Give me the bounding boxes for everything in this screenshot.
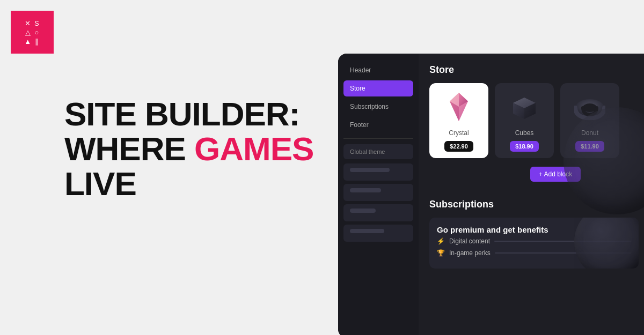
crystal-price: $22.90 xyxy=(444,141,473,152)
store-card-crystal[interactable]: Crystal $22.90 xyxy=(429,83,488,158)
logo-symbols: ✕ S △ ○ ▲ ∥ xyxy=(24,20,40,45)
sidebar-item-subscriptions[interactable]: Subscriptions xyxy=(343,99,413,115)
logo: ✕ S △ ○ ▲ ∥ xyxy=(11,11,54,54)
sidebar: Header Store Subscriptions Footer Global… xyxy=(338,54,419,335)
donut-price: $11.90 xyxy=(575,141,604,152)
main-content: Store xyxy=(419,54,644,335)
hero-line1: SITE BUILDER: xyxy=(64,96,313,131)
sidebar-placeholder-2 xyxy=(343,184,413,201)
crystal-image xyxy=(443,92,475,124)
in-game-perks-label: In-game perks xyxy=(449,249,491,257)
sidebar-placeholder-3 xyxy=(343,204,413,221)
hero-title: SITE BUILDER: WHERE GAMES LIVE xyxy=(64,96,313,201)
store-items-list: Crystal $22.90 xyxy=(429,83,639,158)
sidebar-item-footer[interactable]: Footer xyxy=(343,117,413,133)
donut-image xyxy=(574,92,606,124)
donut-name: Donut xyxy=(581,129,598,137)
store-card-cubes[interactable]: Cubes $18.90 xyxy=(495,83,554,158)
sidebar-divider xyxy=(343,138,413,139)
hero-line3: LIVE xyxy=(64,166,313,201)
crystal-name: Crystal xyxy=(449,129,469,137)
sidebar-item-header[interactable]: Header xyxy=(343,62,413,78)
hero-line2: WHERE GAMES xyxy=(64,131,313,166)
crystal-icon xyxy=(445,92,472,124)
in-game-perks-icon: 🏆 xyxy=(437,249,445,257)
sidebar-placeholder-4 xyxy=(343,225,413,242)
subscriptions-section-title: Subscriptions xyxy=(429,199,639,210)
sidebar-item-store[interactable]: Store xyxy=(343,80,413,96)
cubes-image xyxy=(508,92,540,124)
add-block-container: + Add block xyxy=(472,167,639,190)
digital-content-label: Digital content xyxy=(449,237,490,245)
sidebar-item-global-theme[interactable]: Global theme xyxy=(343,144,413,159)
hero-section: SITE BUILDER: WHERE GAMES LIVE xyxy=(64,96,313,201)
subscriptions-card: Go premium and get benefits ⚡ Digital co… xyxy=(429,218,639,269)
cubes-price: $18.90 xyxy=(510,141,539,152)
ui-panel: Header Store Subscriptions Footer Global… xyxy=(338,54,644,335)
store-section-title: Store xyxy=(429,64,639,76)
cubes-name: Cubes xyxy=(515,129,534,137)
sidebar-placeholder-1 xyxy=(343,163,413,181)
bg-sphere-decoration xyxy=(574,218,639,269)
sidebar-placeholders xyxy=(343,163,413,242)
cubes-icon xyxy=(510,93,539,123)
digital-content-icon: ⚡ xyxy=(437,237,445,245)
donut-icon xyxy=(574,96,605,120)
add-block-button[interactable]: + Add block xyxy=(530,167,581,182)
store-card-donut[interactable]: Donut $11.90 xyxy=(560,83,619,158)
